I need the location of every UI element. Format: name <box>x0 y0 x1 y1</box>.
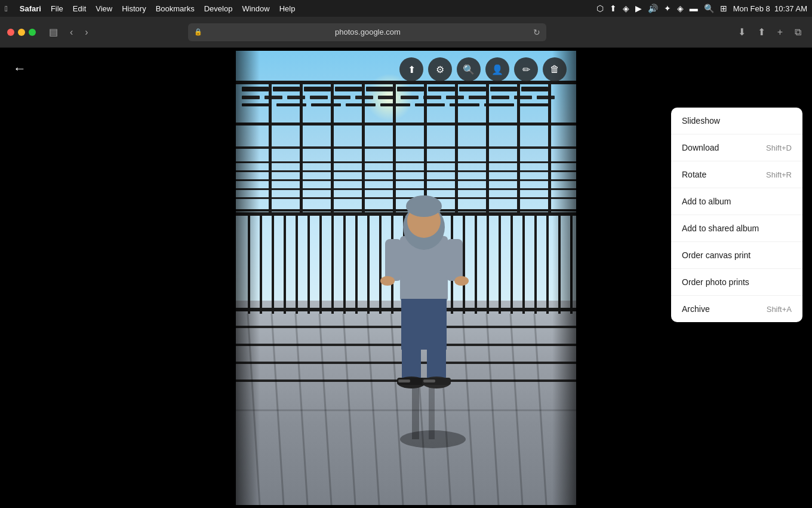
svg-rect-82 <box>534 212 537 314</box>
photo-back-button[interactable]: ← <box>10 57 30 80</box>
svg-rect-48 <box>455 81 458 212</box>
archive-shortcut: Shift+A <box>767 305 792 314</box>
rotate-label: Rotate <box>682 170 706 179</box>
person-button[interactable]: 👤 <box>485 57 509 81</box>
menubar-help[interactable]: Help <box>279 4 296 13</box>
dropdown-item-download[interactable]: Download Shift+D <box>671 134 802 161</box>
svg-rect-29 <box>469 96 487 99</box>
share-page-button[interactable]: ⬆ <box>754 24 769 40</box>
adjust-icon: ⚙ <box>436 64 444 75</box>
svg-rect-35 <box>311 103 341 106</box>
order-photo-prints-label: Order photo prints <box>682 277 749 287</box>
svg-rect-32 <box>537 96 555 99</box>
svg-rect-68 <box>367 212 370 314</box>
share-button[interactable]: ⬆ <box>399 57 423 81</box>
svg-rect-31 <box>514 96 532 99</box>
svg-rect-36 <box>346 103 376 106</box>
close-window-button[interactable] <box>7 29 14 36</box>
dropdown-item-archive[interactable]: Archive Shift+A <box>671 296 802 322</box>
edit-button[interactable]: ✏ <box>514 57 538 81</box>
dropdown-item-order-photo-prints[interactable]: Order photo prints <box>671 269 802 296</box>
apple-menu[interactable]:  <box>5 4 8 13</box>
dropdown-item-add-to-shared-album[interactable]: Add to shared album <box>671 215 802 242</box>
menubar-bookmarks[interactable]: Bookmarks <box>156 4 195 13</box>
zoom-icon: 🔍 <box>463 64 475 75</box>
dropdown-item-slideshow[interactable]: Slideshow <box>671 108 802 134</box>
svg-rect-76 <box>463 212 465 314</box>
svg-rect-85 <box>570 212 573 314</box>
adobe-icon: ◈ <box>623 4 629 13</box>
dropdown-item-rotate[interactable]: Rotate Shift+R <box>671 161 802 188</box>
svg-rect-19 <box>242 96 260 99</box>
svg-rect-46 <box>393 81 396 212</box>
svg-rect-8 <box>236 209 576 212</box>
svg-rect-84 <box>558 212 561 314</box>
svg-rect-26 <box>401 96 419 99</box>
svg-rect-79 <box>499 212 501 314</box>
svg-rect-45 <box>362 81 365 212</box>
svg-rect-64 <box>319 212 322 314</box>
svg-rect-49 <box>486 81 489 212</box>
download-label: Download <box>682 143 719 152</box>
address-bar[interactable]: 🔒 photos.google.com ↻ <box>188 23 546 41</box>
download-button[interactable]: ⬇ <box>734 24 749 40</box>
svg-rect-3 <box>236 161 576 163</box>
sidebar-toggle-button[interactable]: ▤ <box>45 24 61 40</box>
new-tab-button[interactable]: + <box>774 25 786 40</box>
svg-rect-65 <box>331 212 334 314</box>
delete-icon: 🗑 <box>550 64 559 75</box>
back-navigation-button[interactable]: ‹ <box>66 25 76 40</box>
svg-point-120 <box>380 276 395 286</box>
svg-rect-107 <box>446 239 463 281</box>
svg-rect-22 <box>310 96 328 99</box>
browser-chrome: ▤ ‹ › 🔒 photos.google.com ↻ ⬇ ⬆ + ⧉ <box>0 17 812 48</box>
svg-rect-33 <box>242 103 272 106</box>
svg-rect-6 <box>236 188 576 190</box>
svg-rect-78 <box>487 212 489 314</box>
left-panel: ← <box>0 48 236 508</box>
menubar-window[interactable]: Window <box>242 4 269 13</box>
svg-rect-112 <box>402 344 421 380</box>
reload-button[interactable]: ↻ <box>533 27 540 37</box>
svg-rect-42 <box>269 81 272 212</box>
menubar-history[interactable]: History <box>122 4 146 13</box>
svg-rect-16 <box>459 87 486 91</box>
menubar-edit[interactable]: Edit <box>73 4 86 13</box>
dropdown-item-add-to-album[interactable]: Add to album <box>671 188 802 215</box>
svg-point-110 <box>406 195 442 217</box>
delete-button[interactable]: 🗑 <box>543 57 567 81</box>
svg-rect-58 <box>248 212 250 314</box>
volume-icon: 🔊 <box>648 4 658 13</box>
svg-rect-1 <box>236 123 576 126</box>
menubar:  Safari File Edit View History Bookmark… <box>0 0 812 17</box>
add-to-album-label: Add to album <box>682 197 731 206</box>
svg-rect-7 <box>236 197 576 199</box>
zoom-button[interactable]: 🔍 <box>457 57 481 81</box>
order-canvas-print-label: Order canvas print <box>682 250 751 260</box>
svg-rect-39 <box>450 103 479 106</box>
control-center-icon[interactable]: ⊞ <box>720 4 727 13</box>
traffic-lights <box>7 29 36 36</box>
main-photo <box>236 51 576 505</box>
menubar-view[interactable]: View <box>96 4 112 13</box>
fullscreen-window-button[interactable] <box>29 29 36 36</box>
dropbox-icon: ⬡ <box>596 4 604 13</box>
photo-area: ⬆ ⚙ 🔍 👤 ✏ 🗑 <box>236 48 576 508</box>
right-panel: Slideshow Download Shift+D Rotate Shift+… <box>576 48 812 508</box>
svg-rect-111 <box>401 299 447 350</box>
svg-rect-30 <box>491 96 509 99</box>
dropdown-item-order-canvas-print[interactable]: Order canvas print <box>671 242 802 269</box>
adjust-button[interactable]: ⚙ <box>428 57 452 81</box>
tab-overview-button[interactable]: ⧉ <box>791 25 805 40</box>
search-icon[interactable]: 🔍 <box>704 4 714 13</box>
menubar-app-name[interactable]: Safari <box>20 4 41 13</box>
forward-navigation-button[interactable]: › <box>81 25 91 40</box>
minimize-window-button[interactable] <box>18 29 25 36</box>
svg-rect-77 <box>475 212 477 314</box>
svg-rect-15 <box>428 87 455 91</box>
url-display: photos.google.com <box>206 27 530 36</box>
menubar-develop[interactable]: Develop <box>204 4 233 13</box>
menubar-file[interactable]: File <box>51 4 63 13</box>
content-area: ← <box>0 48 812 508</box>
svg-rect-69 <box>379 212 382 314</box>
